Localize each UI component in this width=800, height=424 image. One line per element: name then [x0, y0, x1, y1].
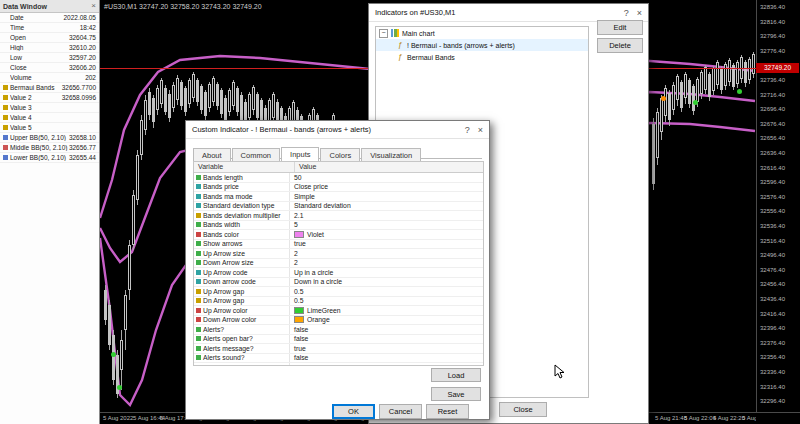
value-cell[interactable]: 50	[290, 173, 483, 182]
value-text: 2	[294, 250, 298, 257]
tree-node-indicator[interactable]: ƒBermaui Bands	[376, 51, 588, 63]
variable-name: Down arrow code	[203, 278, 256, 285]
value-cell[interactable]: Violet	[290, 230, 483, 239]
tab-visualization[interactable]: Visualization	[361, 148, 421, 162]
help-icon[interactable]: ?	[624, 8, 629, 18]
value-cell[interactable]: 2	[290, 249, 483, 258]
arrow-marker	[693, 100, 698, 105]
inputs-table-row[interactable]: Up Arrow gap0.5	[194, 287, 483, 297]
value-cell[interactable]: LimeGreen	[290, 306, 483, 315]
candle-body	[200, 86, 203, 110]
candle-body	[176, 78, 179, 100]
variable-name: Bands color	[203, 231, 239, 238]
value-cell[interactable]: 5	[290, 221, 483, 230]
candle-body	[196, 80, 199, 102]
color-swatch	[294, 316, 304, 323]
candle-body	[156, 88, 159, 110]
candle-body	[248, 94, 251, 118]
value-cell[interactable]: Standard deviation	[290, 202, 483, 211]
inputs-table-row[interactable]: Alerts?false	[194, 325, 483, 335]
custom-indicator-dialog[interactable]: Custom Indicator - ! Bermaui - bands (ar…	[185, 120, 490, 420]
inputs-table-row[interactable]: Up Arrow codeUp in a circle	[194, 268, 483, 278]
close-icon[interactable]: ×	[91, 2, 96, 10]
save-button[interactable]: Save	[431, 387, 481, 401]
inputs-table-row[interactable]: Alerts sound?false	[194, 354, 483, 364]
price-axis-label: 32456.40	[760, 281, 785, 287]
inputs-table-row[interactable]: Down Arrow size2	[194, 259, 483, 269]
variable-cell: Bands deviation multiplier	[194, 211, 290, 220]
price-axis[interactable]: 32836.4032816.4032796.4032776.4032756.40…	[756, 0, 800, 412]
price-axis-label: 32316.40	[760, 384, 785, 390]
inputs-table-row[interactable]: Standard deviation typeStandard deviatio…	[194, 202, 483, 212]
inputs-table-row[interactable]: Bands priceClose price	[194, 183, 483, 193]
tree-node-main-chart[interactable]: − Main chart	[376, 27, 588, 39]
value-cell[interactable]: 2	[290, 259, 483, 268]
inputs-table-row[interactable]: Dn Arrow gap0.5	[194, 297, 483, 307]
value-cell[interactable]: 0.5	[290, 297, 483, 306]
value-cell[interactable]: Up in a circle	[290, 268, 483, 277]
value-cell[interactable]: Orange	[290, 316, 483, 325]
value-cell[interactable]: false	[290, 325, 483, 334]
data-window-row: Value 4	[0, 113, 99, 123]
inputs-table-row[interactable]: Up Arrow size2	[194, 249, 483, 259]
inputs-table-row[interactable]: Bands deviation multiplier2.1	[194, 211, 483, 221]
value-cell[interactable]: 0.5	[290, 287, 483, 296]
inputs-table-row[interactable]: Alerts open bar?false	[194, 335, 483, 345]
value-cell[interactable]: Simple	[290, 192, 483, 201]
inputs-table-row[interactable]: Down Arrow colorOrange	[194, 316, 483, 326]
value-cell[interactable]: true	[290, 344, 483, 353]
inputs-table-row[interactable]: Alerts message?true	[194, 344, 483, 354]
candle-body	[660, 98, 663, 132]
candle-body	[216, 84, 219, 106]
data-window-row-value: 32606.20	[69, 64, 96, 71]
tree-node-indicator[interactable]: ƒ! Bermaui - bands (arrows + alerts)	[376, 39, 588, 51]
data-window-row: Volume202	[0, 73, 99, 83]
cancel-button[interactable]: Cancel	[379, 404, 422, 419]
tree-root-label: Main chart	[402, 30, 435, 37]
value-cell[interactable]: false	[290, 335, 483, 344]
inputs-table-row[interactable]: Bands width5	[194, 221, 483, 231]
inputs-table[interactable]: Variable Value Bands length50Bands price…	[193, 161, 484, 366]
data-window-row-label: Open	[10, 34, 69, 41]
edit-button[interactable]: Edit	[597, 20, 643, 35]
close-button[interactable]: Close	[499, 402, 547, 417]
help-icon[interactable]: ?	[465, 125, 470, 135]
price-axis-label: 32376.40	[760, 340, 785, 346]
inputs-table-row[interactable]: Down arrow codeDown in a circle	[194, 278, 483, 288]
reset-button[interactable]: Reset	[426, 404, 469, 419]
variable-cell: Down Arrow size	[194, 259, 290, 268]
variable-type-icon	[196, 213, 201, 218]
value-cell[interactable]: 2.1	[290, 211, 483, 220]
candle-body	[212, 78, 215, 102]
tab-common[interactable]: Common	[232, 148, 280, 162]
indicator-color-icon	[3, 115, 8, 120]
close-icon[interactable]: ×	[637, 8, 642, 18]
value-cell[interactable]: true	[290, 240, 483, 249]
tree-expander-icon[interactable]: −	[379, 29, 388, 38]
value-cell[interactable]: false	[290, 363, 483, 366]
close-icon[interactable]: ×	[478, 125, 483, 135]
delete-button[interactable]: Delete	[597, 38, 643, 53]
tree-node-label: ! Bermaui - bands (arrows + alerts)	[407, 42, 515, 49]
value-text: 2.1	[294, 212, 303, 219]
load-button[interactable]: Load	[431, 368, 481, 382]
inputs-table-row[interactable]: Up Arrow colorLimeGreen	[194, 306, 483, 316]
color-swatch	[294, 307, 304, 314]
data-window-row: Time18:42	[0, 23, 99, 33]
tab-about[interactable]: About	[193, 148, 231, 162]
inputs-table-row[interactable]: Show arrowstrue	[194, 240, 483, 250]
tab-colors[interactable]: Colors	[320, 148, 360, 162]
value-cell[interactable]: false	[290, 354, 483, 363]
inputs-table-row[interactable]: Alerts notification?false	[194, 363, 483, 366]
inputs-table-row[interactable]: Bands length50	[194, 173, 483, 183]
inputs-table-row[interactable]: Bands ma modeSimple	[194, 192, 483, 202]
inputs-table-row[interactable]: Bands colorViolet	[194, 230, 483, 240]
ok-button[interactable]: OK	[332, 404, 375, 419]
custom-indicator-titlebar[interactable]: Custom Indicator - ! Bermaui - bands (ar…	[186, 121, 489, 139]
value-text: false	[294, 364, 308, 366]
value-cell[interactable]: Close price	[290, 183, 483, 192]
value-cell[interactable]: Down in a circle	[290, 278, 483, 287]
indicator-color-icon	[3, 125, 8, 130]
time-axis-label: 5 Aug 22:04	[684, 415, 716, 421]
data-window-row: Upper BB(50, 2.10)32658.10	[0, 133, 99, 143]
